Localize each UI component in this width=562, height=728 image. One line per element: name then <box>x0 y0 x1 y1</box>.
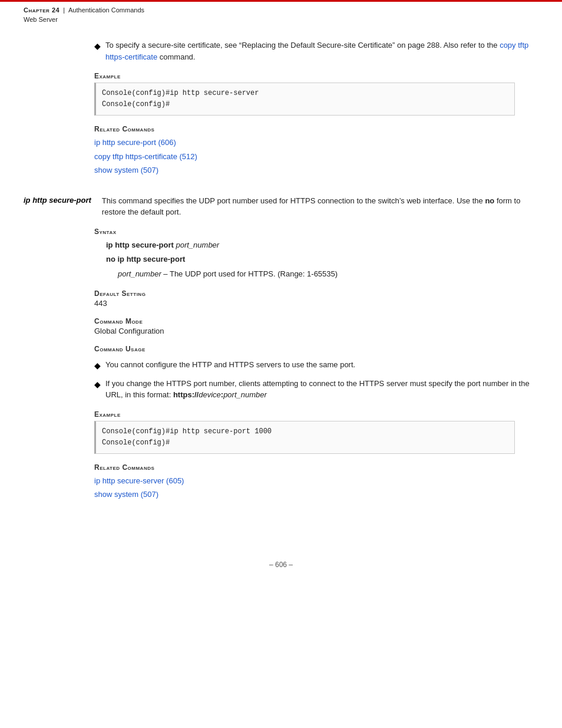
command-mode-label: Command Mode <box>94 317 538 325</box>
usage-bullet-2: ◆ If you change the HTTPS port number, c… <box>94 378 538 401</box>
syntax-line-2: no ip http secure-port <box>106 253 538 266</box>
usage-bullet-text-2: If you change the HTTPS port number, cli… <box>105 378 538 401</box>
page-number: – 606 – <box>269 561 293 569</box>
command-usage-label: Command Usage <box>94 345 538 353</box>
related-label-2: Related Commands <box>94 463 538 472</box>
example2-line-2: Console(config)# <box>102 437 508 449</box>
syntax-label: Syntax <box>94 228 538 236</box>
usage-bullet-text-1: You cannot configure the HTTP and HTTPS … <box>105 359 538 371</box>
chapter-label: Chapter 24 <box>24 6 59 14</box>
default-value: 443 <box>94 299 538 308</box>
syntax-param: port_number – The UDP port used for HTTP… <box>118 268 538 280</box>
example-line-1: Console(config)#ip http secure-server <box>102 88 508 99</box>
example-label-2: Example <box>94 410 538 419</box>
page-footer: – 606 – <box>0 561 562 581</box>
related-link-2-1[interactable]: show system (507) <box>94 487 538 501</box>
example-box-1: Console(config)#ip http secure-server Co… <box>94 83 515 116</box>
related-label-1: Related Commands <box>94 125 538 133</box>
related-link-1-1[interactable]: copy tftp https-certificate (512) <box>94 150 538 163</box>
page-header: Chapter 24 | Authentication Commands <box>0 0 562 16</box>
syntax-line-1: ip http secure-port port_number <box>106 239 538 252</box>
bullet-diamond-icon: ◆ <box>94 40 101 52</box>
page-subtitle: Web Server <box>0 16 562 28</box>
related-link-1-2[interactable]: show system (507) <box>94 163 538 177</box>
related-links-1: ip http secure-port (606) copy tftp http… <box>94 136 538 177</box>
example2-line-1: Console(config)#ip http secure-port 1000 <box>102 426 508 437</box>
command-name-label: ip http secure-port <box>24 195 96 205</box>
example-label-1: Example <box>94 72 538 80</box>
chapter-title: Authentication Commands <box>68 6 144 14</box>
bullet-text-1: To specify a secure-site certificate, se… <box>105 39 538 62</box>
default-setting-label: Default Setting <box>94 289 538 298</box>
command-mode-value: Global Configuration <box>94 327 538 335</box>
section-1: ◆ To specify a secure-site certificate, … <box>24 39 538 177</box>
bullet-diamond-3-icon: ◆ <box>94 378 101 391</box>
related-link-1-0[interactable]: ip http secure-port (606) <box>94 136 538 149</box>
usage-bullet-1: ◆ You cannot configure the HTTP and HTTP… <box>94 359 538 372</box>
command-entry: ip http secure-port This command specifi… <box>24 195 538 218</box>
bullet-diamond-2-icon: ◆ <box>94 360 101 372</box>
command-description: This command specifies the UDP port numb… <box>102 195 538 218</box>
related-links-2: ip http secure-server (605) show system … <box>94 474 538 502</box>
example-box-2: Console(config)#ip http secure-port 1000… <box>94 421 515 454</box>
related-link-2-0[interactable]: ip http secure-server (605) <box>94 474 538 487</box>
bullet-item-1: ◆ To specify a secure-site certificate, … <box>94 39 538 62</box>
example-line-2: Console(config)# <box>102 99 508 110</box>
main-content: ◆ To specify a secure-site certificate, … <box>0 28 562 537</box>
section-2: ip http secure-port This command specifi… <box>24 195 538 502</box>
header-separator: | <box>63 6 65 14</box>
